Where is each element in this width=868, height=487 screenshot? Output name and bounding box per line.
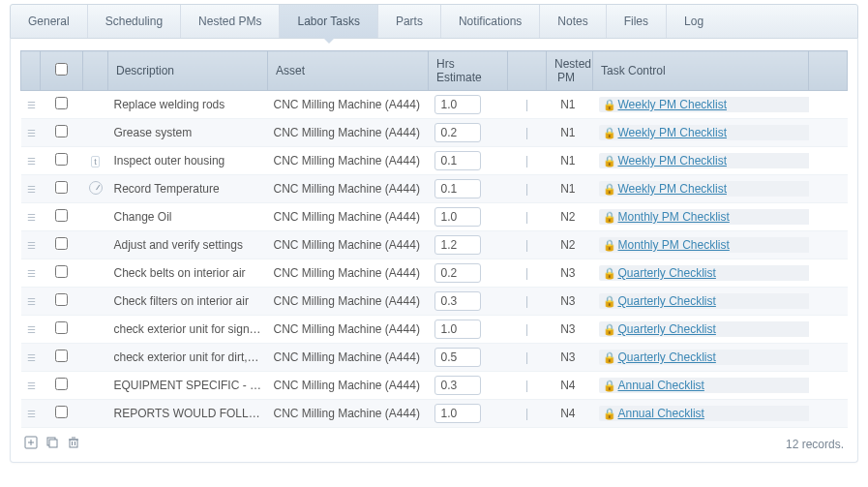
description-cell[interactable]: Record Temperature <box>108 175 268 203</box>
row-checkbox[interactable] <box>55 181 68 194</box>
tab-nested-pms[interactable]: Nested PMs <box>181 5 280 38</box>
row-checkbox[interactable] <box>55 153 68 166</box>
hrs-input[interactable] <box>434 123 481 142</box>
row-checkbox[interactable] <box>55 406 68 418</box>
description-cell[interactable]: Change Oil <box>108 203 268 231</box>
add-button[interactable] <box>24 436 38 452</box>
drag-handle[interactable]: ☰ <box>21 344 41 372</box>
tab-log[interactable]: Log <box>667 5 721 38</box>
task-control-link[interactable]: Monthly PM Checklist <box>618 210 730 224</box>
tab-parts[interactable]: Parts <box>378 5 441 38</box>
description-cell[interactable]: Check belts on interior air <box>108 259 268 288</box>
asset-cell[interactable]: CNC Milling Machine (A444) <box>268 175 429 203</box>
task-control-link[interactable]: Weekly PM Checklist <box>618 126 727 139</box>
row-checkbox[interactable] <box>55 350 68 362</box>
drag-handle[interactable]: ☰ <box>21 119 41 147</box>
task-type-chip-icon[interactable]: t <box>91 156 100 167</box>
task-control-link[interactable]: Weekly PM Checklist <box>618 98 727 111</box>
tab-notes[interactable]: Notes <box>540 5 606 38</box>
row-checkbox[interactable] <box>55 209 68 222</box>
lock-icon: 🔒 <box>603 351 616 363</box>
task-control-link[interactable]: Monthly PM Checklist <box>618 238 730 252</box>
tab-scheduling[interactable]: Scheduling <box>88 5 181 38</box>
drag-handle[interactable]: ☰ <box>21 316 41 344</box>
tab-files[interactable]: Files <box>607 5 667 38</box>
task-control-link[interactable]: Quarterly Checklist <box>618 322 716 336</box>
task-control-link[interactable]: Weekly PM Checklist <box>618 154 727 167</box>
drag-handle[interactable]: ☰ <box>21 147 41 175</box>
drag-handle[interactable]: ☰ <box>21 203 41 231</box>
drag-handle[interactable]: ☰ <box>21 288 41 316</box>
asset-cell[interactable]: CNC Milling Machine (A444) <box>268 203 429 231</box>
gauge-icon[interactable] <box>89 181 103 195</box>
row-separator: | <box>508 400 547 428</box>
asset-cell[interactable]: CNC Milling Machine (A444) <box>268 231 429 259</box>
drag-handle[interactable]: ☰ <box>21 372 41 400</box>
header-nested[interactable]: Nested PM <box>547 51 593 91</box>
hrs-input[interactable] <box>434 291 481 311</box>
asset-cell[interactable]: CNC Milling Machine (A444) <box>268 344 429 372</box>
delete-button[interactable] <box>67 436 80 452</box>
task-control-link[interactable]: Quarterly Checklist <box>618 350 716 364</box>
asset-cell[interactable]: CNC Milling Machine (A444) <box>268 147 429 175</box>
task-control-link[interactable]: Annual Checklist <box>618 379 704 392</box>
drag-handle[interactable]: ☰ <box>21 259 41 288</box>
task-control-link[interactable]: Annual Checklist <box>618 407 704 420</box>
task-control-link[interactable]: Weekly PM Checklist <box>618 182 727 196</box>
hrs-input[interactable] <box>434 179 481 198</box>
nested-pm-cell: N3 <box>547 344 593 372</box>
description-cell[interactable]: EQUIPMENT SPECIFIC - VEND... <box>108 372 268 400</box>
tab-labor-tasks[interactable]: Labor Tasks <box>280 5 377 38</box>
row-separator: | <box>508 147 547 175</box>
row-checkbox[interactable] <box>55 265 68 278</box>
header-task[interactable]: Task Control <box>593 51 809 91</box>
header-asset[interactable]: Asset <box>268 51 429 91</box>
drag-handle[interactable]: ☰ <box>21 91 41 119</box>
hrs-input[interactable] <box>434 151 481 170</box>
task-control-cell: 🔒Weekly PM Checklist <box>593 119 809 147</box>
lock-icon: 🔒 <box>603 183 616 195</box>
hrs-input[interactable] <box>434 376 481 395</box>
description-cell[interactable]: Inspect outer housing <box>108 147 268 175</box>
select-all-checkbox[interactable] <box>55 63 68 76</box>
asset-cell[interactable]: CNC Milling Machine (A444) <box>268 372 429 400</box>
description-cell[interactable]: Check filters on interior air <box>108 288 268 316</box>
description-cell[interactable]: Replace welding rods <box>108 91 268 119</box>
asset-cell[interactable]: CNC Milling Machine (A444) <box>268 288 429 316</box>
drag-handle[interactable]: ☰ <box>21 231 41 259</box>
description-cell[interactable]: REPORTS WOULD FOLLOW AN... <box>108 400 268 428</box>
hrs-cell <box>429 119 508 147</box>
asset-cell[interactable]: CNC Milling Machine (A444) <box>268 91 429 119</box>
hrs-input[interactable] <box>434 207 481 227</box>
description-cell[interactable]: check exterior unit for dirt, de... <box>108 344 268 372</box>
drag-handle[interactable]: ☰ <box>21 175 41 203</box>
header-hrs[interactable]: Hrs Estimate <box>429 51 508 91</box>
hrs-input[interactable] <box>434 263 481 283</box>
hrs-input[interactable] <box>434 95 481 114</box>
row-checkbox[interactable] <box>55 293 68 306</box>
hrs-input[interactable] <box>434 404 481 423</box>
header-check[interactable] <box>41 51 83 91</box>
row-checkbox[interactable] <box>55 125 68 137</box>
hrs-input[interactable] <box>434 320 481 339</box>
tab-general[interactable]: General <box>11 5 88 38</box>
asset-cell[interactable]: CNC Milling Machine (A444) <box>268 119 429 147</box>
header-description[interactable]: Description <box>108 51 268 91</box>
hrs-input[interactable] <box>434 235 481 255</box>
description-cell[interactable]: Grease system <box>108 119 268 147</box>
task-control-link[interactable]: Quarterly Checklist <box>618 294 716 308</box>
tab-notifications[interactable]: Notifications <box>441 5 540 38</box>
asset-cell[interactable]: CNC Milling Machine (A444) <box>268 316 429 344</box>
row-checkbox[interactable] <box>55 378 68 390</box>
description-cell[interactable]: Adjust and verify settings <box>108 231 268 259</box>
row-checkbox[interactable] <box>55 321 68 334</box>
copy-button[interactable] <box>45 436 59 452</box>
drag-handle[interactable]: ☰ <box>21 400 41 428</box>
task-control-link[interactable]: Quarterly Checklist <box>618 266 716 280</box>
description-cell[interactable]: check exterior unit for signs of... <box>108 316 268 344</box>
asset-cell[interactable]: CNC Milling Machine (A444) <box>268 400 429 428</box>
hrs-input[interactable] <box>434 348 481 367</box>
row-checkbox[interactable] <box>55 97 68 109</box>
row-checkbox[interactable] <box>55 237 68 250</box>
asset-cell[interactable]: CNC Milling Machine (A444) <box>268 259 429 288</box>
